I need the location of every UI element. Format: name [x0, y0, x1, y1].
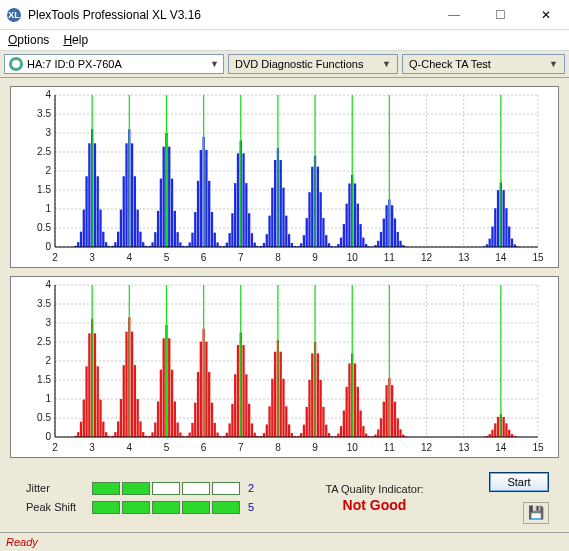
svg-rect-302 — [263, 433, 265, 437]
svg-rect-263 — [151, 432, 153, 437]
svg-rect-316 — [303, 425, 305, 437]
meter-box — [152, 501, 180, 514]
svg-rect-90 — [194, 212, 196, 247]
save-button[interactable]: 💾 — [523, 502, 549, 524]
svg-text:1: 1 — [45, 393, 51, 404]
svg-text:7: 7 — [238, 252, 244, 263]
svg-rect-81 — [168, 147, 170, 247]
svg-text:10: 10 — [347, 252, 359, 263]
svg-rect-101 — [226, 242, 228, 246]
svg-text:3: 3 — [45, 127, 51, 138]
svg-rect-161 — [397, 232, 399, 247]
start-button[interactable]: Start — [489, 472, 549, 492]
svg-rect-356 — [491, 430, 493, 437]
svg-rect-277 — [191, 423, 193, 437]
svg-rect-62 — [114, 242, 116, 247]
svg-rect-52 — [85, 176, 87, 247]
svg-rect-280 — [200, 342, 202, 437]
svg-rect-137 — [328, 243, 330, 247]
svg-rect-68 — [131, 143, 133, 247]
svg-rect-104 — [234, 183, 236, 247]
svg-rect-78 — [160, 178, 162, 246]
test-selector[interactable]: Q-Check TA Test ▼ — [402, 54, 565, 74]
svg-rect-108 — [245, 183, 247, 247]
svg-rect-285 — [214, 423, 216, 437]
svg-rect-361 — [505, 423, 507, 437]
maximize-button[interactable]: ☐ — [477, 0, 523, 30]
meter-box — [122, 501, 150, 514]
svg-rect-129 — [306, 218, 308, 247]
drive-selector[interactable]: HA:7 ID:0 PX-760A ▼ — [4, 54, 224, 74]
svg-rect-49 — [77, 242, 79, 247]
svg-rect-304 — [268, 406, 270, 437]
svg-rect-324 — [325, 425, 327, 437]
svg-rect-252 — [120, 399, 122, 437]
svg-rect-260 — [142, 432, 144, 437]
svg-rect-157 — [385, 205, 387, 247]
close-button[interactable]: ✕ — [523, 0, 569, 30]
svg-rect-130 — [308, 192, 310, 247]
svg-text:13: 13 — [458, 252, 470, 263]
svg-rect-309 — [282, 379, 284, 437]
svg-rect-162 — [399, 241, 401, 247]
svg-text:0: 0 — [45, 241, 51, 252]
svg-rect-254 — [125, 331, 127, 436]
title-bar: XL PlexTools Professional XL V3.16 — ☐ ✕ — [0, 0, 569, 30]
svg-rect-66 — [125, 143, 127, 247]
svg-text:12: 12 — [421, 442, 433, 453]
floppy-icon: 💾 — [528, 505, 544, 520]
svg-rect-114 — [263, 243, 265, 247]
svg-rect-257 — [134, 365, 136, 437]
svg-rect-142 — [343, 224, 345, 247]
svg-rect-50 — [80, 232, 82, 247]
svg-rect-317 — [306, 407, 308, 437]
svg-rect-53 — [88, 143, 90, 247]
svg-rect-121 — [282, 188, 284, 247]
svg-rect-265 — [157, 401, 159, 437]
svg-text:1: 1 — [45, 203, 51, 214]
svg-rect-357 — [494, 423, 496, 437]
app-icon: XL — [6, 7, 22, 23]
svg-rect-98 — [216, 242, 218, 247]
minimize-button[interactable]: — — [431, 0, 477, 30]
svg-rect-154 — [377, 241, 379, 247]
svg-rect-315 — [300, 433, 302, 437]
meter-box — [92, 501, 120, 514]
svg-rect-256 — [131, 331, 133, 436]
svg-rect-336 — [359, 410, 361, 437]
chart-top: 00.511.522.533.5423456789101112131415 — [10, 86, 559, 268]
svg-rect-308 — [280, 352, 282, 437]
svg-text:12: 12 — [421, 252, 433, 263]
chart-bottom: 00.511.522.533.5423456789101112131415 — [10, 276, 559, 458]
svg-rect-75 — [151, 242, 153, 247]
svg-rect-310 — [285, 406, 287, 437]
svg-rect-348 — [394, 401, 396, 436]
svg-rect-122 — [285, 216, 287, 247]
meter-box — [152, 482, 180, 495]
svg-rect-276 — [189, 432, 191, 436]
svg-rect-133 — [317, 167, 319, 247]
svg-rect-342 — [377, 429, 379, 437]
test-label: Q-Check TA Test — [409, 58, 491, 70]
svg-rect-306 — [274, 352, 276, 437]
svg-rect-94 — [205, 150, 207, 247]
svg-rect-124 — [291, 243, 293, 247]
menu-help[interactable]: Help — [63, 33, 88, 47]
svg-rect-299 — [254, 433, 256, 437]
svg-rect-321 — [317, 353, 319, 437]
svg-rect-303 — [266, 424, 268, 437]
svg-rect-349 — [397, 418, 399, 437]
svg-text:14: 14 — [495, 442, 507, 453]
svg-rect-91 — [197, 181, 199, 247]
menu-options[interactable]: Options — [8, 33, 49, 47]
status-bar: Ready — [0, 532, 569, 551]
svg-text:XL: XL — [8, 10, 20, 20]
svg-rect-96 — [211, 212, 213, 247]
svg-text:15: 15 — [532, 442, 544, 453]
svg-text:4: 4 — [45, 89, 51, 100]
svg-rect-251 — [117, 421, 119, 437]
svg-rect-174 — [508, 226, 510, 246]
svg-rect-63 — [117, 232, 119, 247]
peakshift-meter — [92, 501, 240, 514]
function-selector[interactable]: DVD Diagnostic Functions ▼ — [228, 54, 398, 74]
